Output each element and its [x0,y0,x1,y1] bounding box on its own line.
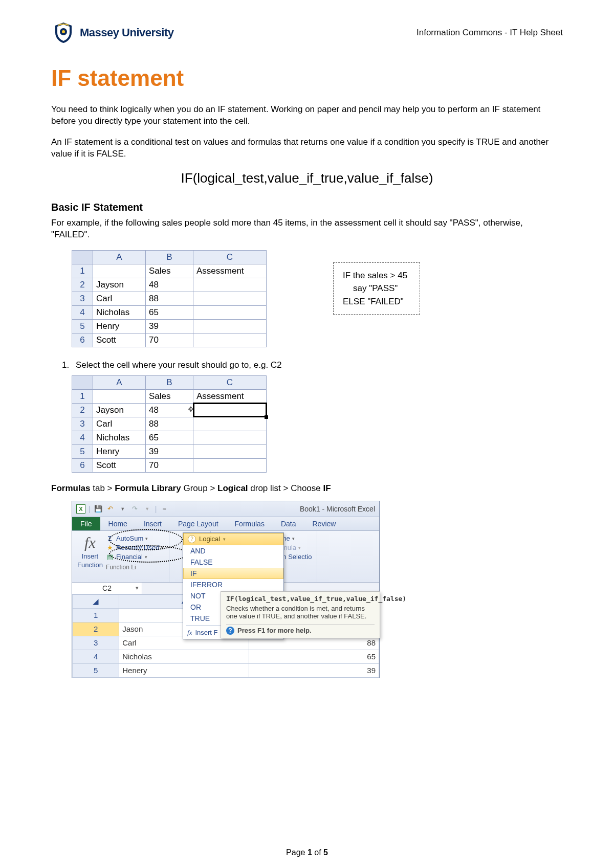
logo-block: Massey University [51,20,174,45]
cell: Henery [119,663,249,677]
row-number: 2 [72,278,93,292]
select-all-corner [72,250,93,264]
row-number: 4 [73,650,119,663]
dropdown-item-if[interactable]: IF [183,568,283,579]
tab-home[interactable]: Home [100,517,136,530]
cell: Jayson [93,278,146,292]
cell: Henry [93,319,146,333]
row-number: 6 [72,333,93,347]
nav-formulas: Formulas [51,483,91,493]
cell: 88 [146,292,193,305]
selected-cell-c2[interactable] [193,403,267,417]
cell: 65 [146,305,193,319]
tab-review[interactable]: Review [304,517,344,530]
col-header-c: C [193,250,267,264]
cell [93,389,146,403]
tab-formulas[interactable]: Formulas [227,517,273,530]
nav-logical: Logical [217,483,248,493]
financial-button[interactable]: ▤ Financial ▾ [106,552,164,562]
nav-sep: drop list > Choose [248,483,323,493]
row-number: 6 [72,458,93,472]
cell [193,319,267,333]
intro-paragraph-2: An IF statement is a conditional test on… [51,137,563,160]
row-number: 5 [73,663,119,677]
page-title: IF statement [51,65,563,91]
cell: 48 [146,278,193,292]
cell [193,333,267,347]
sigma-icon: Σ [106,535,114,543]
dropdown-item-iferror[interactable]: IFERROR [183,579,283,590]
logical-button[interactable]: ? Logical ▾ [183,533,283,545]
col-header-a: A [93,250,146,264]
row-number: 4 [72,431,93,444]
cell: 70 [146,458,193,472]
page-header: Massey University Information Commons - … [51,20,563,45]
nav-sep: tab > [91,483,115,493]
insert-fn-label-bottom: Function [77,561,103,569]
dropdown-icon[interactable]: ▼ [118,504,127,514]
dropdown-icon[interactable]: ▼ [143,504,152,514]
ribbon-tabs: File Home Insert Page Layout Formulas Da… [72,517,379,531]
insert-f-label: Insert F [195,629,217,636]
cell [193,305,267,319]
recently-used-button[interactable]: ★ Recently Used ▾ [106,543,164,552]
tab-page-layout[interactable]: Page Layout [170,517,227,530]
dropdown-item-false[interactable]: FALSE [183,557,283,568]
if-tooltip: IF(logical_test,value_if_true,value_if_f… [221,591,380,638]
redo-icon[interactable]: ↷ [130,504,140,514]
cell: Carl [93,292,146,305]
logical-label: Logical [199,535,220,543]
cell: 39 [146,319,193,333]
autosum-button[interactable]: Σ AutoSum ▾ [106,534,164,543]
insert-function-button[interactable]: fx Insert Function [77,534,103,569]
cell: Scott [93,333,146,347]
row-number: 1 [72,264,93,278]
cell-value: 48 [149,405,159,415]
pseudocode-box: IF the sales > 45 say "PASS" ELSE "FAILE… [333,262,420,315]
name-box[interactable]: C2 [72,583,142,594]
cell [193,292,267,305]
tooltip-help-text: Press F1 for more help. [237,627,312,634]
cell [193,458,267,472]
navigation-path: Formulas tab > Formula Library Group > L… [51,483,563,495]
fx-small-icon: fx [187,629,192,637]
cell [93,264,146,278]
dropdown-item-and[interactable]: AND [183,545,283,557]
cell: Assessment [193,389,267,403]
row-number: 2 [73,622,119,636]
svg-point-1 [62,30,65,33]
page-footer: Page 1 of 5 [0,848,614,857]
intro-paragraph-1: You need to think logically when you do … [51,104,563,127]
cell [193,444,267,458]
step-1-label: Select the cell where your result should… [76,360,282,370]
star-icon: ★ [106,544,114,552]
excel-table-2: A B C 1 Sales Assessment 2 Jayson 48 ✥ 3… [72,375,267,473]
university-name: Massey University [80,26,174,39]
row-number: 5 [72,444,93,458]
save-icon[interactable]: 💾 [94,504,103,514]
group-label-function-library: Function Li [106,562,164,571]
tab-data[interactable]: Data [273,517,304,530]
footer-page-total: 5 [323,848,328,857]
customize-qat-icon[interactable]: ≂ [160,504,169,514]
pseudo-line: say "PASS" [343,282,407,295]
select-all-corner [72,375,93,389]
cell: 39 [249,663,379,677]
tooltip-title: IF(logical_test,value_if_true,value_if_f… [226,595,375,603]
insert-fn-label-top: Insert [82,552,99,560]
tab-insert[interactable]: Insert [136,517,170,530]
excel-table-1: A B C 1 Sales Assessment 2Jayson48 3Carl… [72,250,267,347]
tab-file[interactable]: File [72,517,100,530]
massey-crest-icon [51,20,76,45]
cell: Sales [146,264,193,278]
cell: 70 [146,333,193,347]
nav-formula-library: Formula Library [115,483,181,493]
undo-icon[interactable]: ↶ [106,504,115,514]
cell: Henry [93,444,146,458]
row-number: 3 [72,417,93,431]
if-syntax: IF(logical_test,value_if_true,value_if_f… [51,170,563,186]
col-header-a: A [93,375,146,389]
nav-if: IF [323,483,331,493]
col-header-b: B [146,250,193,264]
footer-mid: of [312,848,323,857]
